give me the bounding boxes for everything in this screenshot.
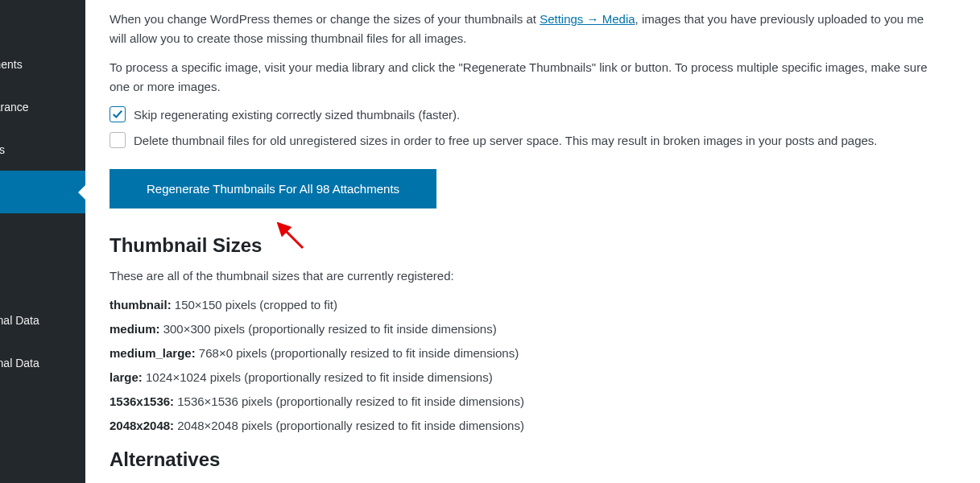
intro-text-1b: , images that you have previously upload… [635,12,924,26]
size-row: 2048x2048: 2048×2048 pixels (proportiona… [110,416,980,436]
sidebar-item-7[interactable]: Personal Data [0,299,85,341]
sidebar-item-label: Comments [0,58,23,71]
sidebar-item-4[interactable] [0,171,85,213]
size-desc: 1536×1536 pixels (proportionally resized… [174,394,524,408]
size-name: 1536x1536: [110,394,174,408]
size-desc: 300×300 pixels (proportionally resized t… [160,322,497,336]
sidebar-item-0[interactable]: Inbox [0,0,85,43]
size-row: thumbnail: 150×150 pixels (cropped to fi… [110,295,980,315]
size-name: medium_large: [110,346,196,360]
sidebar-item-2[interactable]: Appearance [0,85,85,128]
sidebar-item-5[interactable]: Tools [0,213,85,256]
delete-checkbox-label: Delete thumbnail files for old unregiste… [134,134,878,147]
sidebar-item-label: Personal Data [0,314,39,327]
size-desc: 768×0 pixels (proportionally resized to … [196,346,519,360]
size-desc: 1024×1024 pixels (proportionally resized… [143,370,493,384]
admin-sidebar: InboxCommentsAppearancePluginsToolsPerso… [0,0,85,483]
thumbnail-sizes-heading: Thumbnail Sizes [110,234,980,257]
intro-paragraph-2: To process a specific image, visit your … [110,58,980,97]
sidebar-item-label: Appearance [0,101,29,114]
alternatives-heading: Alternatives [110,448,980,471]
sidebar-item-3[interactable]: Plugins [0,128,85,171]
settings-media-link[interactable]: Settings → Media [540,12,635,26]
sidebar-item-6[interactable] [0,256,85,299]
size-row: medium: 300×300 pixels (proportionally r… [110,320,980,339]
skip-checkbox-row: Skip regenerating existing correctly siz… [110,106,980,122]
intro-text-1c: will allow you to create those missing t… [110,31,467,45]
sidebar-item-label: Personal Data [0,357,39,369]
size-row: 1536x1536: 1536×1536 pixels (proportiona… [110,392,980,411]
skip-checkbox-label: Skip regenerating existing correctly siz… [134,108,460,122]
sizes-intro: These are all of the thumbnail sizes tha… [110,266,980,286]
size-name: large: [110,370,143,384]
size-desc: 150×150 pixels (cropped to fit) [172,298,337,312]
check-icon [112,109,123,120]
sizes-list: thumbnail: 150×150 pixels (cropped to fi… [110,295,980,436]
size-desc: 2048×2048 pixels (proportionally resized… [174,419,524,432]
sidebar-item-8[interactable]: Personal Data [0,341,85,384]
intro-paragraph-1: When you change WordPress themes or chan… [110,10,980,48]
size-name: 2048x2048: [110,419,174,432]
delete-checkbox-row: Delete thumbnail files for old unregiste… [110,132,980,148]
intro-text-2b: one or more images. [110,80,221,93]
intro-text-2a: To process a specific image, visit your … [110,60,928,74]
regenerate-button[interactable]: Regenerate Thumbnails For All 98 Attachm… [110,169,436,208]
delete-checkbox[interactable] [110,132,126,148]
main-content: When you change WordPress themes or chan… [85,0,980,483]
size-name: thumbnail: [110,298,172,312]
sidebar-item-1[interactable]: Comments [0,43,85,85]
skip-checkbox[interactable] [110,106,126,122]
size-row: large: 1024×1024 pixels (proportionally … [110,368,980,387]
size-row: medium_large: 768×0 pixels (proportional… [110,344,980,363]
sidebar-item-label: Plugins [0,143,5,156]
size-name: medium: [110,322,160,336]
intro-text-1a: When you change WordPress themes or chan… [110,12,540,26]
